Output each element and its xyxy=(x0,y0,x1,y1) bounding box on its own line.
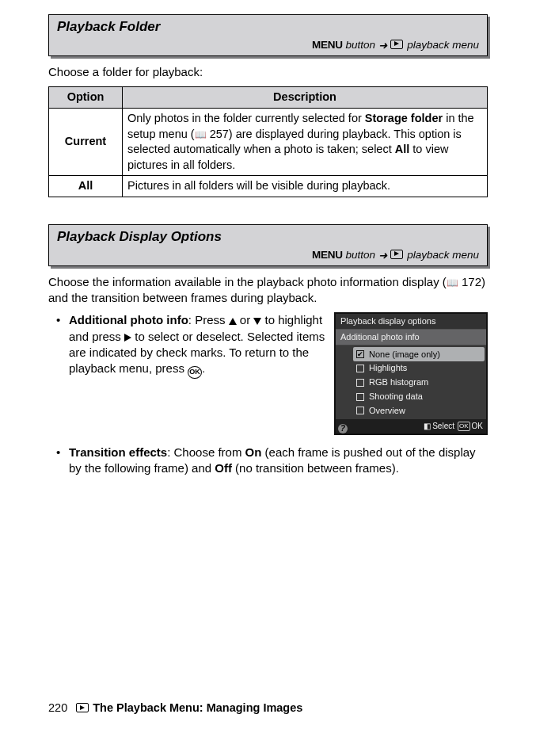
help-icon: ? xyxy=(338,424,348,433)
playback-icon xyxy=(76,703,89,712)
lcd-row: Shooting data xyxy=(353,390,485,404)
lcd-row-selected: ✔None (image only) xyxy=(353,347,485,361)
col-option: Option xyxy=(49,87,123,109)
arrow-icon: ➜ xyxy=(378,39,387,53)
lcd-row: Highlights xyxy=(353,361,485,376)
page-number: 220 xyxy=(48,701,67,714)
right-icon xyxy=(124,334,131,342)
breadcrumb-target: playback menu xyxy=(404,249,479,261)
select-hint-icon: ◧ xyxy=(424,421,431,432)
table-row: Current Only photos in the folder curren… xyxy=(49,108,488,175)
section1-intro: Choose a folder for playback: xyxy=(48,64,488,80)
page-ref-icon: 📖 xyxy=(447,277,458,288)
ok-hint-icon: OK xyxy=(458,422,470,432)
camera-screenshot: Playback display options Additional phot… xyxy=(334,312,488,434)
lcd-title: Playback display options xyxy=(336,314,486,330)
col-description: Description xyxy=(123,87,488,109)
bullet-additional-photo-info: Additional photo info: Press or to highl… xyxy=(69,312,326,434)
down-icon xyxy=(253,318,261,325)
list-item: Transition effects: Choose from On (each… xyxy=(59,445,488,477)
page-ref-icon: 📖 xyxy=(195,129,207,140)
list-item: Additional photo info: Press or to highl… xyxy=(59,312,488,434)
lcd-row: RGB histogram xyxy=(353,376,485,390)
menu-label: MENU xyxy=(312,39,343,51)
option-current-desc: Only photos in the folder currently sele… xyxy=(123,108,488,175)
footer-title: The Playback Menu: Managing Images xyxy=(93,701,302,714)
checkbox-icon xyxy=(356,407,364,414)
lcd-row: Overview xyxy=(353,404,485,418)
section2-intro: Choose the information available in the … xyxy=(48,274,488,307)
page-footer: 220 The Playback Menu: Managing Images xyxy=(48,701,302,716)
table-header-row: Option Description xyxy=(49,87,488,109)
option-current: Current xyxy=(49,108,123,175)
lcd-footer: ◧Select OKOK xyxy=(336,419,486,433)
ok-icon: OK xyxy=(188,366,202,379)
section-title: Playback Folder xyxy=(57,18,479,36)
playback-icon xyxy=(390,40,403,49)
table-row: All Pictures in all folders will be visi… xyxy=(49,176,488,197)
section-header-playback-display-options: Playback Display Options MENU button ➜ p… xyxy=(48,224,488,266)
option-all: All xyxy=(49,176,123,197)
manual-page: Playback Folder MENU button ➜ playback m… xyxy=(25,0,511,729)
menu-label: MENU xyxy=(312,249,343,261)
breadcrumb-button-word: button xyxy=(343,39,378,51)
playback-icon xyxy=(390,250,403,259)
options-table: Option Description Current Only photos i… xyxy=(48,86,488,197)
checkbox-icon xyxy=(356,379,364,387)
breadcrumb-button-word: button xyxy=(343,249,378,261)
option-all-desc: Pictures in all folders will be visible … xyxy=(123,176,488,197)
up-icon xyxy=(229,318,237,325)
checkbox-icon xyxy=(356,393,364,401)
section-breadcrumb: MENU button ➜ playback menu xyxy=(57,248,479,262)
section-title: Playback Display Options xyxy=(57,228,479,246)
bullet-list: Additional photo info: Press or to highl… xyxy=(48,312,488,476)
lcd-subtitle: Additional photo info xyxy=(336,330,486,346)
section-header-playback-folder: Playback Folder MENU button ➜ playback m… xyxy=(48,14,488,56)
section-gap xyxy=(48,197,488,224)
checkbox-checked-icon: ✔ xyxy=(356,350,364,358)
checkbox-icon xyxy=(356,365,364,372)
breadcrumb-target: playback menu xyxy=(404,39,479,51)
arrow-icon: ➜ xyxy=(378,249,387,263)
section-breadcrumb: MENU button ➜ playback menu xyxy=(57,38,479,52)
